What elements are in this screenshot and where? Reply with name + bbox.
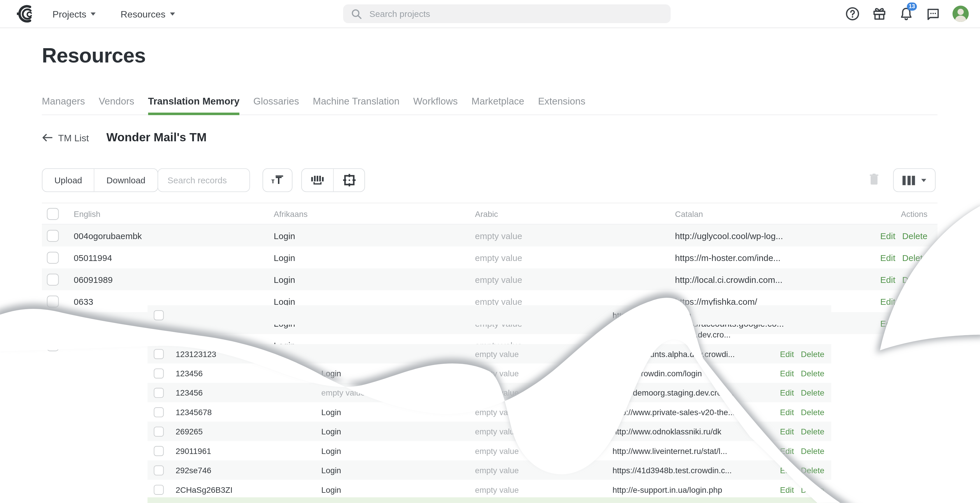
cell-english: 004ogorubaembk <box>74 231 142 241</box>
chevron-down-icon <box>921 179 926 182</box>
chevron-down-icon <box>91 12 95 16</box>
cell-catalan: http://www.private-sales-v20-the... <box>612 407 735 417</box>
table-row: 29011961 Login empty value http://www.li… <box>148 441 831 460</box>
cell-english: 0633 <box>74 296 93 306</box>
edit-link[interactable]: Edit <box>780 349 794 358</box>
edit-link[interactable]: Edit <box>780 485 794 494</box>
delete-link[interactable]: Delete <box>902 318 928 328</box>
delete-link[interactable]: Delete <box>801 446 824 455</box>
cell-catalan: https://mykhailo.string <box>612 310 691 320</box>
edit-link[interactable]: Edit <box>880 296 896 306</box>
delete-link[interactable]: Delete <box>902 296 928 306</box>
delete-link[interactable]: Delete <box>902 275 928 284</box>
column-header-afrikaans[interactable]: Afrikaans <box>274 209 308 218</box>
select-all-checkbox[interactable] <box>47 208 59 220</box>
row-checkbox[interactable] <box>154 310 164 320</box>
delete-link[interactable]: Delete <box>801 388 824 397</box>
row-checkbox[interactable] <box>154 349 164 359</box>
tab-translation-memory[interactable]: Translation Memory <box>148 88 239 115</box>
edit-link[interactable]: Edit <box>880 231 896 241</box>
edit-link[interactable]: Edit <box>780 446 794 455</box>
help-icon <box>845 6 860 21</box>
edit-link[interactable]: Edit <box>880 275 896 284</box>
cell-arabic: empty value <box>475 349 519 358</box>
download-button[interactable]: Download <box>94 169 157 192</box>
search-records-input[interactable] <box>166 174 244 186</box>
column-header-arabic[interactable]: Arabic <box>475 209 498 218</box>
edit-link[interactable]: Edit <box>880 252 896 262</box>
delete-link[interactable]: Delete <box>801 407 824 417</box>
cell-english: 123456 <box>176 388 203 397</box>
edit-link[interactable]: Edit <box>780 407 794 417</box>
edit-link[interactable]: Edit <box>780 465 794 475</box>
cell-arabic: empty value <box>475 446 519 455</box>
columns-visibility-button[interactable] <box>894 169 935 192</box>
cell-arabic: empty value <box>475 296 522 306</box>
crosshair-frame-button[interactable] <box>333 169 364 192</box>
cell-english: 2CHaSg26B3ZI <box>176 485 232 494</box>
whats-new-button[interactable] <box>872 6 887 21</box>
barcode-view-button[interactable] <box>302 169 333 192</box>
nav-resources-label: Resources <box>121 8 165 19</box>
delete-link[interactable]: Delete <box>801 349 824 358</box>
row-checkbox[interactable] <box>154 426 164 436</box>
row-checkbox[interactable] <box>154 329 164 339</box>
help-button[interactable] <box>845 6 860 21</box>
next-row-highlight <box>148 497 831 503</box>
delete-selected-button[interactable] <box>869 173 879 188</box>
row-checkbox[interactable] <box>47 230 59 241</box>
row-checkbox[interactable] <box>154 388 164 398</box>
edit-link[interactable]: Edit <box>780 388 794 397</box>
cell-arabic: empty value <box>475 485 519 494</box>
edit-link[interactable]: Edit <box>780 426 794 436</box>
cell-catalan: https://m-hoster.com/inde... <box>675 252 781 262</box>
row-checkbox[interactable] <box>47 251 59 263</box>
row-checkbox[interactable] <box>154 446 164 456</box>
messages-button[interactable] <box>926 6 940 21</box>
notifications-button[interactable]: 13 <box>899 6 913 21</box>
cell-arabic: empty value <box>475 369 519 378</box>
avatar[interactable] <box>953 6 969 22</box>
search-records-field[interactable] <box>158 168 250 192</box>
cell-catalan: https://myfishka.com/ <box>675 296 757 306</box>
delete-link[interactable]: Delete <box>801 369 824 378</box>
cell-afrikaans: Login <box>274 252 295 262</box>
tab-machine-translation[interactable]: Machine Translation <box>313 88 399 115</box>
barcode-view-icon <box>310 174 325 186</box>
nav-projects-menu[interactable]: Projects <box>52 0 95 27</box>
cell-catalan: http://mdwork.mykhailo.dev.cro... <box>612 330 731 339</box>
delete-link[interactable]: Delete <box>801 485 824 494</box>
edit-link[interactable]: Edit <box>880 318 896 328</box>
row-checkbox[interactable] <box>154 407 164 417</box>
edit-link[interactable]: Edit <box>780 369 794 378</box>
tab-vendors[interactable]: Vendors <box>99 88 134 115</box>
row-checkbox[interactable] <box>154 465 164 475</box>
delete-link[interactable]: Delete <box>902 231 928 241</box>
row-checkbox[interactable] <box>47 273 59 285</box>
nav-resources-menu[interactable]: Resources <box>121 0 175 27</box>
tab-marketplace[interactable]: Marketplace <box>472 88 524 115</box>
column-header-catalan[interactable]: Catalan <box>675 209 703 218</box>
cell-catalan: http://www.liveinternet.ru/stat/l... <box>612 446 727 455</box>
row-checkbox[interactable] <box>47 295 59 307</box>
cell-catalan: http://accounts.alpha.dev.crowdi... <box>612 349 735 358</box>
delete-link[interactable]: Delete <box>801 465 824 475</box>
cell-afrikaans: Login <box>321 407 341 417</box>
row-checkbox[interactable] <box>154 368 164 378</box>
crowdin-logo-icon[interactable] <box>16 5 35 23</box>
global-search-input[interactable] <box>368 8 633 19</box>
tab-glossaries[interactable]: Glossaries <box>253 88 299 115</box>
back-to-tm-list-link[interactable]: TM List <box>42 132 89 143</box>
tab-extensions[interactable]: Extensions <box>538 88 585 115</box>
tab-managers[interactable]: Managers <box>42 88 85 115</box>
tab-workflows[interactable]: Workflows <box>413 88 458 115</box>
row-checkbox[interactable] <box>47 317 59 329</box>
column-header-english[interactable]: English <box>74 209 100 218</box>
delete-link[interactable]: Delete <box>801 426 824 436</box>
row-checkbox[interactable] <box>154 485 164 495</box>
upload-button[interactable]: Upload <box>43 169 94 192</box>
row-checkbox[interactable] <box>47 339 59 351</box>
global-search[interactable] <box>343 5 671 23</box>
delete-link[interactable]: Delete <box>902 252 928 262</box>
case-filter-button[interactable]: т T <box>262 168 293 192</box>
